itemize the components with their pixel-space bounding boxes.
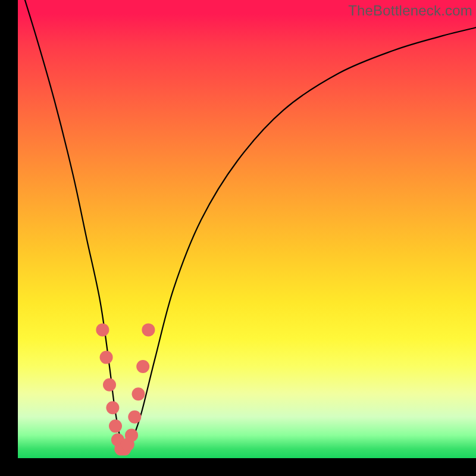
curve-svg [18,0,476,458]
bottleneck-curve [18,0,476,451]
chart-frame: TheBottleneck.com [0,0,476,476]
marker-group [96,323,155,455]
marker-dot [96,323,109,336]
plot-area: TheBottleneck.com [18,0,476,458]
marker-dot [128,411,141,424]
marker-dot [100,351,113,364]
marker-dot [136,360,149,373]
marker-dot [132,387,145,400]
marker-dot [142,323,155,336]
marker-dot [109,419,122,433]
marker-dot [125,429,138,442]
marker-dot [103,378,116,392]
marker-dot [106,401,119,414]
